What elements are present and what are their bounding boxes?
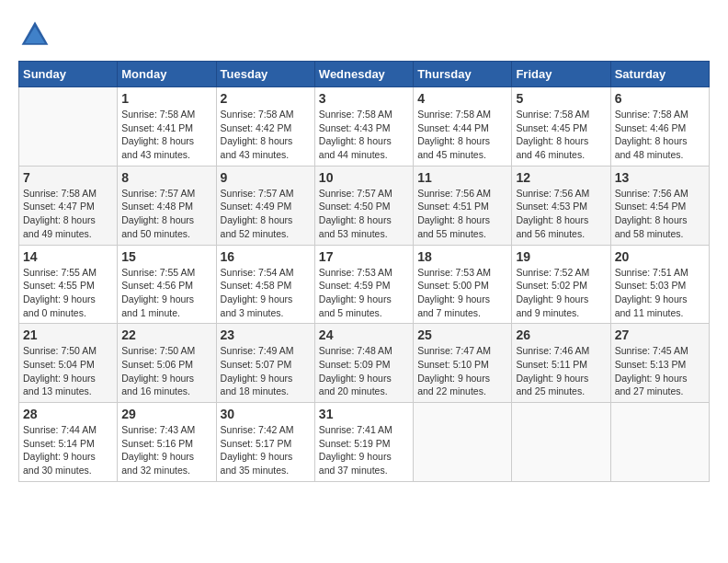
- day-number: 29: [121, 407, 211, 421]
- day-number: 23: [221, 327, 311, 342]
- day-info: Sunrise: 7:55 AMSunset: 4:56 PMDaylight:…: [121, 266, 211, 320]
- calendar-table: SundayMondayTuesdayWednesdayThursdayFrid…: [18, 61, 710, 482]
- calendar-day-cell: 21Sunrise: 7:50 AMSunset: 5:04 PMDayligh…: [19, 324, 118, 403]
- calendar-day-cell: 6Sunrise: 7:58 AMSunset: 4:46 PMDaylight…: [610, 87, 709, 167]
- calendar-day-cell: 29Sunrise: 7:43 AMSunset: 5:16 PMDayligh…: [118, 403, 216, 482]
- day-number: 20: [615, 249, 705, 264]
- calendar-day-cell: 1Sunrise: 7:58 AMSunset: 4:41 PMDaylight…: [118, 87, 216, 167]
- calendar-day-cell: 5Sunrise: 7:58 AMSunset: 4:45 PMDaylight…: [512, 87, 610, 167]
- day-info: Sunrise: 7:49 AMSunset: 5:07 PMDaylight:…: [221, 344, 311, 398]
- day-number: 4: [417, 91, 507, 106]
- day-info: Sunrise: 7:47 AMSunset: 5:10 PMDaylight:…: [417, 344, 507, 398]
- day-info: Sunrise: 7:42 AMSunset: 5:17 PMDaylight:…: [221, 423, 311, 477]
- day-number: 21: [23, 327, 113, 342]
- day-number: 14: [23, 249, 113, 264]
- calendar-day-cell: 8Sunrise: 7:57 AMSunset: 4:48 PMDaylight…: [118, 166, 216, 245]
- day-info: Sunrise: 7:58 AMSunset: 4:45 PMDaylight:…: [516, 108, 606, 162]
- calendar-day-cell: 18Sunrise: 7:53 AMSunset: 5:00 PMDayligh…: [414, 245, 512, 324]
- calendar-day-cell: 14Sunrise: 7:55 AMSunset: 4:55 PMDayligh…: [19, 245, 118, 324]
- day-number: 22: [121, 327, 211, 342]
- day-number: 12: [516, 170, 606, 185]
- calendar-day-cell: 7Sunrise: 7:58 AMSunset: 4:47 PMDaylight…: [19, 166, 118, 245]
- calendar-day-cell: 9Sunrise: 7:57 AMSunset: 4:49 PMDaylight…: [216, 166, 314, 245]
- calendar-day-cell: 13Sunrise: 7:56 AMSunset: 4:54 PMDayligh…: [610, 166, 709, 245]
- day-number: 15: [121, 249, 211, 264]
- calendar-week-row: 21Sunrise: 7:50 AMSunset: 5:04 PMDayligh…: [19, 324, 710, 403]
- day-info: Sunrise: 7:53 AMSunset: 5:00 PMDaylight:…: [417, 266, 507, 320]
- day-of-week-header: Thursday: [414, 62, 512, 87]
- day-number: 28: [23, 407, 113, 421]
- day-number: 27: [615, 327, 705, 342]
- day-info: Sunrise: 7:50 AMSunset: 5:04 PMDaylight:…: [23, 344, 113, 398]
- calendar-day-cell: 4Sunrise: 7:58 AMSunset: 4:44 PMDaylight…: [414, 87, 512, 167]
- day-info: Sunrise: 7:58 AMSunset: 4:46 PMDaylight:…: [615, 108, 705, 162]
- day-info: Sunrise: 7:45 AMSunset: 5:13 PMDaylight:…: [615, 344, 705, 398]
- day-of-week-header: Friday: [512, 62, 610, 87]
- day-of-week-header: Tuesday: [216, 62, 314, 87]
- calendar-day-cell: 10Sunrise: 7:57 AMSunset: 4:50 PMDayligh…: [314, 166, 413, 245]
- day-number: 16: [221, 249, 311, 264]
- day-number: 5: [516, 91, 606, 106]
- day-number: 8: [121, 170, 211, 185]
- day-number: 7: [23, 170, 113, 185]
- calendar-week-row: 28Sunrise: 7:44 AMSunset: 5:14 PMDayligh…: [19, 403, 710, 482]
- day-info: Sunrise: 7:57 AMSunset: 4:49 PMDaylight:…: [221, 187, 311, 241]
- calendar-day-cell: 28Sunrise: 7:44 AMSunset: 5:14 PMDayligh…: [19, 403, 118, 482]
- day-number: 2: [221, 91, 311, 106]
- calendar-day-cell: 22Sunrise: 7:50 AMSunset: 5:06 PMDayligh…: [118, 324, 216, 403]
- day-info: Sunrise: 7:57 AMSunset: 4:50 PMDaylight:…: [319, 187, 409, 241]
- day-info: Sunrise: 7:56 AMSunset: 4:51 PMDaylight:…: [417, 187, 507, 241]
- day-number: 3: [319, 91, 409, 106]
- calendar-day-cell: [610, 403, 709, 482]
- calendar-week-row: 14Sunrise: 7:55 AMSunset: 4:55 PMDayligh…: [19, 245, 710, 324]
- day-number: 30: [221, 407, 311, 421]
- calendar-day-cell: 12Sunrise: 7:56 AMSunset: 4:53 PMDayligh…: [512, 166, 610, 245]
- calendar-day-cell: 15Sunrise: 7:55 AMSunset: 4:56 PMDayligh…: [118, 245, 216, 324]
- day-number: 13: [615, 170, 705, 185]
- calendar-week-row: 7Sunrise: 7:58 AMSunset: 4:47 PMDaylight…: [19, 166, 710, 245]
- calendar-day-cell: [512, 403, 610, 482]
- day-info: Sunrise: 7:53 AMSunset: 4:59 PMDaylight:…: [319, 266, 409, 320]
- day-info: Sunrise: 7:51 AMSunset: 5:03 PMDaylight:…: [615, 266, 705, 320]
- day-info: Sunrise: 7:43 AMSunset: 5:16 PMDaylight:…: [121, 423, 211, 477]
- calendar-day-cell: 26Sunrise: 7:46 AMSunset: 5:11 PMDayligh…: [512, 324, 610, 403]
- calendar-day-cell: 20Sunrise: 7:51 AMSunset: 5:03 PMDayligh…: [610, 245, 709, 324]
- logo-icon: [18, 18, 51, 52]
- day-info: Sunrise: 7:57 AMSunset: 4:48 PMDaylight:…: [121, 187, 211, 241]
- calendar-day-cell: 31Sunrise: 7:41 AMSunset: 5:19 PMDayligh…: [314, 403, 413, 482]
- calendar-day-cell: 2Sunrise: 7:58 AMSunset: 4:42 PMDaylight…: [216, 87, 314, 167]
- calendar-header-row: SundayMondayTuesdayWednesdayThursdayFrid…: [19, 62, 710, 87]
- calendar-day-cell: 23Sunrise: 7:49 AMSunset: 5:07 PMDayligh…: [216, 324, 314, 403]
- day-info: Sunrise: 7:58 AMSunset: 4:47 PMDaylight:…: [23, 187, 113, 241]
- day-info: Sunrise: 7:58 AMSunset: 4:42 PMDaylight:…: [221, 108, 311, 162]
- day-number: 25: [417, 327, 507, 342]
- day-info: Sunrise: 7:52 AMSunset: 5:02 PMDaylight:…: [516, 266, 606, 320]
- day-info: Sunrise: 7:46 AMSunset: 5:11 PMDaylight:…: [516, 344, 606, 398]
- day-of-week-header: Wednesday: [314, 62, 413, 87]
- day-number: 1: [121, 91, 211, 106]
- day-number: 19: [516, 249, 606, 264]
- calendar-day-cell: 17Sunrise: 7:53 AMSunset: 4:59 PMDayligh…: [314, 245, 413, 324]
- day-of-week-header: Monday: [118, 62, 216, 87]
- day-number: 31: [319, 407, 409, 421]
- day-info: Sunrise: 7:58 AMSunset: 4:43 PMDaylight:…: [319, 108, 409, 162]
- calendar-day-cell: [414, 403, 512, 482]
- calendar-day-cell: 30Sunrise: 7:42 AMSunset: 5:17 PMDayligh…: [216, 403, 314, 482]
- calendar-day-cell: 11Sunrise: 7:56 AMSunset: 4:51 PMDayligh…: [414, 166, 512, 245]
- page-header: [18, 18, 710, 52]
- day-number: 9: [221, 170, 311, 185]
- day-info: Sunrise: 7:50 AMSunset: 5:06 PMDaylight:…: [121, 344, 211, 398]
- day-info: Sunrise: 7:56 AMSunset: 4:54 PMDaylight:…: [615, 187, 705, 241]
- day-number: 10: [319, 170, 409, 185]
- calendar-day-cell: 27Sunrise: 7:45 AMSunset: 5:13 PMDayligh…: [610, 324, 709, 403]
- day-info: Sunrise: 7:54 AMSunset: 4:58 PMDaylight:…: [221, 266, 311, 320]
- day-number: 18: [417, 249, 507, 264]
- day-of-week-header: Saturday: [610, 62, 709, 87]
- calendar-day-cell: [19, 87, 118, 167]
- day-info: Sunrise: 7:55 AMSunset: 4:55 PMDaylight:…: [23, 266, 113, 320]
- logo: [18, 18, 55, 52]
- day-info: Sunrise: 7:58 AMSunset: 4:44 PMDaylight:…: [417, 108, 507, 162]
- day-number: 11: [417, 170, 507, 185]
- calendar-day-cell: 24Sunrise: 7:48 AMSunset: 5:09 PMDayligh…: [314, 324, 413, 403]
- calendar-day-cell: 16Sunrise: 7:54 AMSunset: 4:58 PMDayligh…: [216, 245, 314, 324]
